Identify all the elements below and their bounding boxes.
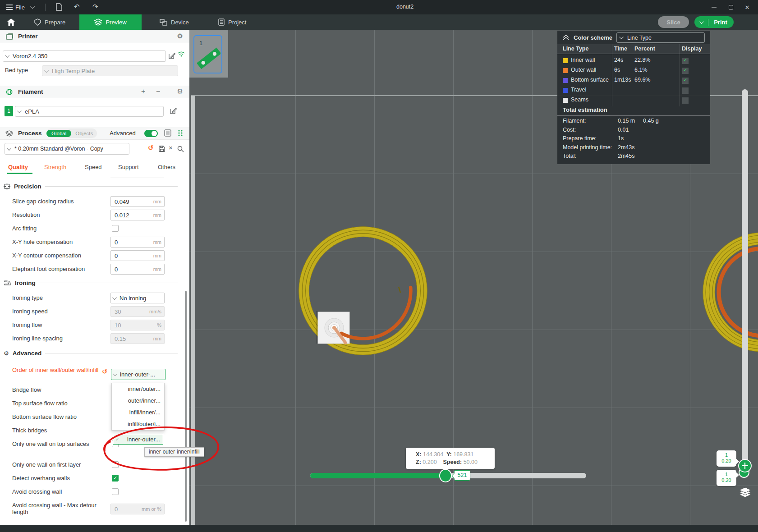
edit-filament-icon[interactable] <box>170 107 177 114</box>
dropdown-option[interactable]: outer/inner... <box>112 395 164 407</box>
redo-icon[interactable]: ↷ <box>92 3 98 11</box>
wifi-icon[interactable] <box>178 51 185 57</box>
process-scope-objects[interactable]: Objects <box>71 130 97 137</box>
setting-unit: mm <box>153 212 161 218</box>
option-tooltip: inner-outer-inner/infill <box>144 447 204 457</box>
tab-project[interactable]: Project <box>209 14 255 30</box>
process-preset-select[interactable]: * 0.20mm Standard @Voron - Copy <box>5 143 129 155</box>
setting-tab[interactable]: Support <box>118 164 139 170</box>
setting-checkbox[interactable] <box>112 461 119 468</box>
total-label: Prepare time: <box>563 135 597 142</box>
order-dropdown-selected-option[interactable]: ✓ inner-outer... <box>113 434 163 445</box>
line-type-display-checkbox[interactable] <box>682 78 689 84</box>
print-options-chevron-icon[interactable] <box>699 19 704 24</box>
add-filament-icon[interactable]: + <box>141 87 145 96</box>
edit-printer-icon[interactable] <box>169 52 175 59</box>
save-preset-icon[interactable] <box>159 146 165 152</box>
delete-preset-icon[interactable]: × <box>169 144 173 151</box>
setting-input[interactable]: 30 mm/s <box>110 306 165 317</box>
setting-input[interactable]: 10 % <box>110 320 165 330</box>
search-preset-icon[interactable] <box>177 146 184 152</box>
filament-select[interactable]: ePLA <box>15 106 164 117</box>
file-menu[interactable]: File <box>6 0 25 14</box>
totals-rows: Filament: 0.15 m 0.45 g Cost: 0.01 Prepa… <box>557 118 710 162</box>
speed-label: Speed: <box>443 459 462 465</box>
layer-slider[interactable] <box>742 89 748 469</box>
advanced-mode-toggle[interactable] <box>144 130 158 137</box>
preset-chevron-icon <box>7 146 11 151</box>
compare-preset-icon[interactable] <box>164 129 171 137</box>
parameter-table-icon[interactable] <box>178 129 184 137</box>
move-slider-fill <box>310 473 446 478</box>
add-color-change-button[interactable] <box>738 459 752 472</box>
order-reset-icon[interactable]: ↺ <box>102 368 107 375</box>
setting-tab[interactable]: Speed <box>85 164 102 170</box>
setting-input[interactable]: 0.012 mm <box>110 210 165 220</box>
minimize-button[interactable] <box>706 0 721 14</box>
line-type-display-checkbox[interactable] <box>682 68 689 74</box>
total-value-1: 0.15 m <box>618 118 635 124</box>
close-button[interactable]: ✕ <box>740 0 755 14</box>
setting-input[interactable]: 0.15 mm <box>110 333 165 344</box>
reset-preset-icon[interactable]: ↺ <box>148 144 154 152</box>
move-slider-thumb[interactable] <box>439 469 452 482</box>
setting-value: 0 <box>115 266 153 273</box>
bed-type-select[interactable]: High Temp Plate <box>42 65 178 76</box>
setting-tab-label: Others <box>158 164 175 170</box>
y-label: Y: <box>446 451 452 458</box>
setting-label: Ironing type <box>12 294 105 301</box>
line-type-display-checkbox[interactable] <box>682 58 689 64</box>
line-type-display-checkbox[interactable] <box>682 97 689 104</box>
setting-select[interactable]: No ironing <box>110 293 165 303</box>
legend-row: Bottom surface 1m13s 69.6% <box>557 76 710 86</box>
setting-row: Ironing line spacing 0.15 mm <box>0 332 189 345</box>
order-select[interactable]: inner-outer-... <box>111 369 165 380</box>
process-scope-toggle[interactable]: Global Objects <box>46 128 97 138</box>
setting-input[interactable]: 0.049 mm <box>110 196 165 207</box>
printer-select[interactable]: Voron2.4 350 <box>3 50 166 62</box>
remove-filament-icon[interactable]: − <box>156 87 160 96</box>
filament-settings-gear-icon[interactable]: ⚙ <box>177 87 183 96</box>
tab-device[interactable]: Device <box>151 14 198 30</box>
undo-icon[interactable]: ↶ <box>74 3 80 11</box>
slice-button[interactable]: Slice <box>658 16 689 28</box>
save-file-icon[interactable] <box>56 3 62 11</box>
setting-input[interactable]: 0 mm or % <box>110 504 165 514</box>
collapse-panel-icon[interactable] <box>563 35 569 40</box>
tab-preview[interactable]: Preview <box>79 14 142 30</box>
setting-checkbox[interactable] <box>112 475 119 482</box>
line-type-display-checkbox[interactable] <box>682 87 689 94</box>
filament-slot-badge[interactable]: 1 <box>5 106 13 116</box>
layers-stack-icon[interactable] <box>739 487 751 499</box>
process-scope-global[interactable]: Global <box>46 130 71 137</box>
setting-tab[interactable]: Strength <box>44 164 66 170</box>
file-menu-chevron-icon[interactable] <box>30 4 35 9</box>
setting-input[interactable]: 0 mm <box>110 237 165 248</box>
dropdown-option[interactable]: infill/inner/... <box>112 407 164 418</box>
home-tab[interactable] <box>0 14 22 30</box>
setting-checkbox[interactable] <box>112 488 119 495</box>
view-mode-select[interactable]: Line Type <box>616 32 705 43</box>
print-button[interactable]: Print <box>694 16 734 28</box>
setting-label: Slice gap closing radius <box>12 198 105 205</box>
setting-tab[interactable]: Others <box>158 164 175 170</box>
setting-input[interactable]: 0 mm <box>110 264 165 275</box>
panel-scrollbar[interactable] <box>185 291 187 522</box>
total-value-1: 1s <box>618 135 624 142</box>
dropdown-option[interactable]: inner/outer... <box>112 383 164 395</box>
printer-settings-gear-icon[interactable]: ⚙ <box>177 32 183 40</box>
setting-label: Resolution <box>12 211 105 218</box>
gcode-move-slider[interactable]: 521 <box>310 473 586 478</box>
ironing-section-title: Ironing <box>15 280 36 286</box>
tab-prepare[interactable]: Prepare <box>25 14 74 30</box>
legend-row: Seams <box>557 96 710 105</box>
print-button-label: Print <box>708 19 727 26</box>
line-type-swatch <box>563 88 568 93</box>
setting-input[interactable]: 0 mm <box>110 250 165 261</box>
maximize-button[interactable] <box>723 0 739 14</box>
setting-label: Detect overhang walls <box>12 475 105 482</box>
dropdown-option[interactable]: infill/outer/i... <box>112 418 164 430</box>
setting-tab[interactable]: Quality <box>8 164 28 170</box>
setting-checkbox[interactable] <box>112 225 119 232</box>
preview-3d-viewport[interactable]: 1 Color scheme Line Type Line Type Time … <box>189 30 758 525</box>
